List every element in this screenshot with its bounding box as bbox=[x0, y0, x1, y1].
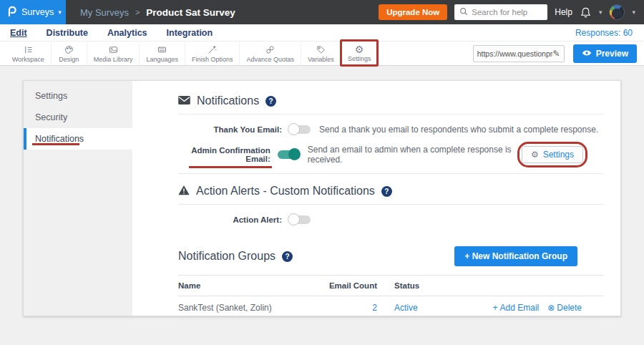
settings-card: Settings Security Notifications N bbox=[23, 80, 621, 316]
notifications-bell-icon[interactable] bbox=[580, 6, 592, 19]
tab-integration[interactable]: Integration bbox=[167, 28, 213, 38]
questionpro-logo-icon bbox=[6, 5, 17, 20]
help-search[interactable] bbox=[454, 4, 547, 20]
add-email-link[interactable]: + Add Email bbox=[493, 303, 540, 313]
preview-button[interactable]: Preview bbox=[573, 44, 637, 63]
group-name: SankTest (Sanket, Zolin) bbox=[178, 296, 320, 319]
media-library-icon bbox=[108, 44, 119, 55]
action-alerts-section-header: Action Alerts - Custom Notifications ? bbox=[178, 183, 603, 200]
red-annotation-underline-admin-email bbox=[189, 166, 272, 168]
help-link[interactable]: Help bbox=[555, 7, 572, 17]
breadcrumb-my-surveys[interactable]: My Surveys bbox=[80, 7, 129, 18]
breadcrumb: My Surveys > Product Sat Survey bbox=[80, 7, 235, 18]
help-icon-notifications[interactable]: ? bbox=[265, 96, 276, 107]
help-icon-action-alerts[interactable]: ? bbox=[381, 186, 392, 197]
admin-confirmation-email-description: Send an email to admin when a complete r… bbox=[308, 145, 522, 165]
header-actions bbox=[463, 280, 603, 291]
finish-options-icon bbox=[207, 44, 218, 55]
notification-groups-table: Name Email Count Status SankTest (Sanket… bbox=[178, 275, 603, 320]
divider bbox=[178, 114, 603, 115]
toolbar-item-advance-quotas[interactable]: Advance Quotas bbox=[240, 42, 301, 65]
group-status-link[interactable]: Active bbox=[377, 296, 463, 319]
notifications-content: Notifications ? Thank You Email: Send a … bbox=[132, 81, 620, 316]
advance-quotas-icon bbox=[265, 44, 275, 55]
divider bbox=[178, 173, 603, 174]
tab-edit[interactable]: Edit bbox=[10, 28, 27, 38]
topbar-actions: Upgrade Now Help ▾ ▾ bbox=[379, 4, 644, 20]
toolbar-item-languages[interactable]: Languages bbox=[140, 42, 185, 65]
gear-icon: ⚙ bbox=[531, 150, 539, 159]
plus-icon: + bbox=[493, 303, 498, 313]
toolbar-item-media-library[interactable]: Media Library bbox=[87, 42, 140, 65]
search-icon bbox=[459, 6, 468, 19]
action-alerts-title: Action Alerts - Custom Notifications bbox=[196, 185, 375, 198]
divider bbox=[178, 204, 603, 205]
edit-url-pencil-icon[interactable]: ✎ bbox=[553, 49, 560, 59]
group-email-count-link[interactable]: 2 bbox=[320, 296, 377, 319]
admin-email-settings-button[interactable]: ⚙ Settings bbox=[522, 146, 583, 163]
sidebar-item-security[interactable]: Security bbox=[24, 107, 132, 128]
survey-title: Product Sat Survey bbox=[146, 7, 235, 18]
gear-icon: ⚙ bbox=[355, 44, 364, 54]
toolbar-item-workspace[interactable]: Workspace bbox=[6, 42, 52, 65]
thank-you-email-row: Thank You Email: Send a thank you email … bbox=[178, 120, 603, 139]
notifications-title: Notifications bbox=[197, 94, 259, 107]
table-header-row: Name Email Count Status bbox=[178, 275, 603, 296]
circle-x-icon: ⊗ bbox=[547, 303, 555, 313]
toolbar-item-finish-options[interactable]: Finish Options bbox=[185, 42, 240, 65]
table-row: SankTest (Sanket, Zolin) 2 Active + Add … bbox=[178, 296, 603, 320]
help-icon-notification-groups[interactable]: ? bbox=[282, 251, 293, 262]
envelope-icon bbox=[178, 94, 190, 107]
design-icon bbox=[64, 44, 74, 55]
admin-email-settings-wrap: ⚙ Settings bbox=[522, 146, 583, 163]
languages-icon bbox=[157, 44, 167, 55]
surveys-product-menu[interactable]: Surveys ▾ bbox=[0, 0, 66, 24]
admin-confirmation-email-row: Admin Confirmation Email: Send an email … bbox=[178, 145, 603, 165]
survey-url-field[interactable]: ✎ bbox=[473, 45, 565, 62]
header-status: Status bbox=[377, 276, 463, 296]
toolbar-item-variables[interactable]: Variables bbox=[301, 42, 341, 65]
bell-caret-icon[interactable]: ▾ bbox=[599, 9, 602, 16]
eye-icon bbox=[582, 49, 592, 59]
toggle-knob bbox=[288, 123, 300, 135]
action-alert-toggle[interactable] bbox=[289, 215, 311, 224]
sidebar-item-settings[interactable]: Settings bbox=[24, 85, 132, 107]
toolbar-right: ✎ Preview bbox=[473, 44, 644, 63]
survey-url-input[interactable] bbox=[477, 49, 553, 58]
new-notification-group-button[interactable]: + New Notification Group bbox=[454, 246, 577, 266]
breadcrumb-separator: > bbox=[135, 8, 140, 16]
notification-groups-title: Notification Groups bbox=[178, 250, 275, 263]
thank-you-email-toggle[interactable] bbox=[289, 125, 311, 134]
settings-sidebar: Settings Security Notifications bbox=[24, 81, 132, 316]
tab-analytics[interactable]: Analytics bbox=[107, 28, 147, 38]
avatar-caret-icon[interactable]: ▾ bbox=[632, 9, 635, 16]
action-alert-row: Action Alert: bbox=[178, 210, 603, 229]
notifications-section-header: Notifications ? bbox=[178, 92, 603, 110]
surveys-menu-label: Surveys bbox=[21, 7, 54, 17]
toolbar-item-settings[interactable]: ⚙ Settings bbox=[341, 42, 379, 65]
search-input[interactable] bbox=[472, 8, 542, 16]
toggle-knob bbox=[288, 213, 300, 225]
variables-icon bbox=[316, 44, 326, 55]
red-annotation-underline-notifications bbox=[32, 143, 79, 145]
admin-confirmation-email-toggle[interactable] bbox=[278, 150, 299, 159]
toolbar-item-design[interactable]: Design bbox=[52, 42, 87, 65]
header-email-count: Email Count bbox=[320, 276, 377, 296]
survey-nav-tabs: Edit Distribute Analytics Integration Re… bbox=[0, 24, 644, 42]
responses-count[interactable]: Responses: 60 bbox=[575, 28, 633, 38]
upgrade-now-button[interactable]: Upgrade Now bbox=[379, 4, 447, 20]
notification-groups-header: Notification Groups ? + New Notification… bbox=[178, 246, 603, 266]
questionpro-app: Surveys ▾ My Surveys > Product Sat Surve… bbox=[0, 0, 644, 345]
warning-triangle-icon bbox=[178, 185, 190, 198]
toggle-knob bbox=[288, 148, 301, 160]
page-body: Settings Security Notifications N bbox=[0, 66, 644, 316]
user-avatar[interactable] bbox=[609, 4, 625, 20]
top-bar: Surveys ▾ My Surveys > Product Sat Surve… bbox=[0, 0, 644, 24]
workspace-icon bbox=[23, 44, 34, 55]
delete-link[interactable]: ⊗ Delete bbox=[547, 303, 582, 313]
tab-distribute[interactable]: Distribute bbox=[47, 28, 88, 38]
header-name: Name bbox=[178, 276, 320, 296]
sidebar-item-notifications[interactable]: Notifications bbox=[24, 128, 132, 150]
admin-confirmation-email-label: Admin Confirmation Email: bbox=[178, 146, 270, 163]
action-alert-label: Action Alert: bbox=[178, 215, 282, 224]
